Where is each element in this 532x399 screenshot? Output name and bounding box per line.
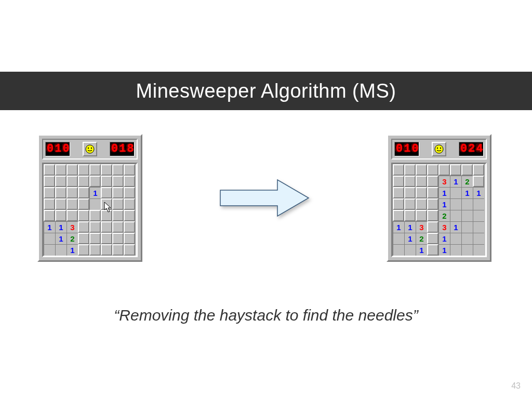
mine-cell[interactable] [124, 221, 135, 233]
smiley-button[interactable] [432, 142, 446, 156]
mine-cell[interactable] [112, 233, 124, 244]
mine-cell[interactable] [473, 198, 484, 210]
mine-cell[interactable]: 2 [461, 176, 473, 187]
mine-cell[interactable] [89, 198, 101, 210]
mine-cell[interactable] [101, 176, 112, 187]
mine-cell[interactable] [78, 210, 89, 221]
mine-cell[interactable] [461, 233, 473, 244]
mine-cell[interactable] [89, 244, 101, 256]
mine-cell[interactable] [416, 176, 427, 187]
mine-cell[interactable] [112, 244, 124, 256]
mine-cell[interactable] [427, 187, 438, 198]
mine-cell[interactable] [416, 164, 427, 176]
mine-cell[interactable] [89, 210, 101, 221]
mine-cell[interactable] [101, 221, 112, 233]
mine-cell[interactable] [393, 164, 404, 176]
mine-cell[interactable] [78, 244, 89, 256]
mine-cell[interactable] [66, 187, 78, 198]
mine-cell[interactable] [101, 244, 112, 256]
mine-cell[interactable] [89, 164, 101, 176]
mine-cell[interactable]: 3 [438, 221, 450, 233]
mine-cell[interactable] [55, 164, 66, 176]
mine-cell[interactable]: 1 [461, 187, 473, 198]
mine-cell[interactable] [66, 198, 78, 210]
mine-cell[interactable] [404, 198, 416, 210]
mine-cell[interactable] [101, 187, 112, 198]
mine-cell[interactable] [450, 233, 461, 244]
mine-cell[interactable] [450, 210, 461, 221]
mine-cell[interactable] [44, 164, 55, 176]
mine-cell[interactable] [101, 210, 112, 221]
mine-cell[interactable] [416, 187, 427, 198]
mine-cell[interactable] [89, 221, 101, 233]
mine-grid[interactable]: 1113121 [42, 163, 138, 257]
mine-cell[interactable] [427, 233, 438, 244]
mine-cell[interactable] [89, 233, 101, 244]
mine-cell[interactable] [427, 221, 438, 233]
mine-cell[interactable] [427, 244, 438, 256]
mine-cell[interactable] [124, 164, 135, 176]
mine-cell[interactable] [44, 198, 55, 210]
mine-cell[interactable] [393, 187, 404, 198]
mine-cell[interactable] [55, 187, 66, 198]
mine-cell[interactable]: 3 [416, 221, 427, 233]
mine-cell[interactable] [473, 176, 484, 187]
mine-cell[interactable] [44, 244, 55, 256]
mine-cell[interactable] [44, 210, 55, 221]
mine-cell[interactable]: 1 [438, 187, 450, 198]
mine-cell[interactable] [78, 233, 89, 244]
mine-cell[interactable]: 1 [473, 187, 484, 198]
mine-cell[interactable] [450, 244, 461, 256]
mine-cell[interactable]: 1 [450, 176, 461, 187]
mine-cell[interactable] [112, 164, 124, 176]
mine-cell[interactable] [112, 198, 124, 210]
mine-cell[interactable] [473, 164, 484, 176]
mine-cell[interactable] [393, 233, 404, 244]
mine-cell[interactable] [473, 221, 484, 233]
mine-cell[interactable] [473, 233, 484, 244]
mine-cell[interactable] [450, 164, 461, 176]
mine-cell[interactable] [404, 176, 416, 187]
mine-cell[interactable] [112, 176, 124, 187]
mine-cell[interactable] [461, 221, 473, 233]
mine-cell[interactable] [450, 187, 461, 198]
mine-cell[interactable] [89, 176, 101, 187]
mine-cell[interactable] [66, 210, 78, 221]
mine-cell[interactable] [393, 198, 404, 210]
mine-cell[interactable] [427, 164, 438, 176]
mine-cell[interactable] [44, 233, 55, 244]
mine-cell[interactable] [78, 164, 89, 176]
mine-cell[interactable] [416, 198, 427, 210]
mine-cell[interactable]: 1 [416, 244, 427, 256]
mine-cell[interactable] [124, 198, 135, 210]
mine-cell[interactable] [473, 210, 484, 221]
mine-cell[interactable] [461, 210, 473, 221]
mine-cell[interactable]: 1 [55, 221, 66, 233]
mine-cell[interactable] [404, 244, 416, 256]
mine-cell[interactable] [473, 244, 484, 256]
mine-cell[interactable] [461, 164, 473, 176]
mine-cell[interactable] [404, 210, 416, 221]
mine-cell[interactable]: 3 [438, 176, 450, 187]
mine-cell[interactable] [101, 198, 112, 210]
mine-cell[interactable] [78, 221, 89, 233]
mine-grid[interactable]: 312111121133112111 [391, 163, 487, 257]
smiley-button[interactable] [83, 142, 97, 156]
mine-cell[interactable]: 1 [44, 221, 55, 233]
mine-cell[interactable]: 2 [66, 233, 78, 244]
mine-cell[interactable] [427, 210, 438, 221]
mine-cell[interactable] [124, 244, 135, 256]
mine-cell[interactable] [404, 187, 416, 198]
mine-cell[interactable]: 2 [416, 233, 427, 244]
mine-cell[interactable] [112, 187, 124, 198]
mine-cell[interactable]: 1 [66, 244, 78, 256]
mine-cell[interactable]: 1 [438, 233, 450, 244]
mine-cell[interactable] [450, 198, 461, 210]
mine-cell[interactable] [44, 176, 55, 187]
mine-cell[interactable] [124, 176, 135, 187]
mine-cell[interactable] [124, 187, 135, 198]
mine-cell[interactable]: 1 [55, 233, 66, 244]
mine-cell[interactable] [438, 164, 450, 176]
mine-cell[interactable]: 1 [438, 244, 450, 256]
mine-cell[interactable] [101, 233, 112, 244]
